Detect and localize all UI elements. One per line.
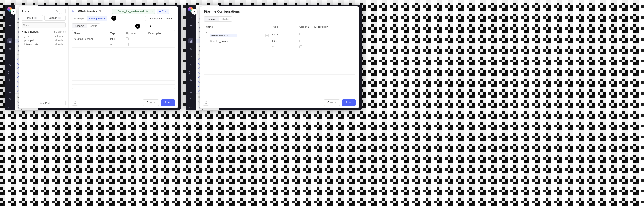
search-input[interactable]: Search ⌕: [22, 22, 66, 28]
grid-icon[interactable]: ▦: [188, 38, 193, 43]
col-name: Name: [72, 30, 108, 36]
history-icon[interactable]: ↻: [7, 78, 12, 83]
table-row[interactable]: ▾ ☰ ＋ record: [204, 30, 355, 38]
more-icon[interactable]: ⋯: [7, 105, 12, 110]
port-column-row: interest_ratedouble: [19, 42, 68, 46]
close-button[interactable]: ✕: [10, 9, 16, 15]
info-button[interactable]: ⓘ: [72, 100, 78, 106]
optional-checkbox[interactable]: [299, 32, 302, 35]
play-icon: ▶: [159, 10, 161, 13]
app-window-right: ⌕ ▣ ＋ ▦ ◈ ◷ ∿ ⛶ ↻ ▤ ? ⋯ ⌕ Proje ← Back t…: [186, 4, 362, 110]
table-row[interactable]: ▾: [72, 42, 175, 48]
table-row[interactable]: iteration_number int ▾: [204, 38, 355, 44]
port-list: ▾ in0 : interest 3 Columns yearinteger p…: [19, 29, 68, 99]
schema-grid: Name Type Optional Description iteration…: [72, 30, 175, 89]
info-button[interactable]: ⓘ: [203, 100, 209, 106]
layout-icon[interactable]: ▤: [188, 89, 193, 94]
fabric-selector[interactable]: ✓ Spark_dev_kw (kw-product) ... ▾: [112, 9, 155, 14]
more-icon[interactable]: ⋯: [188, 105, 193, 110]
chevron-down-icon[interactable]: ▾: [272, 46, 275, 48]
table-row[interactable]: ▾: [204, 44, 355, 50]
camera-icon[interactable]: ▣: [188, 23, 193, 28]
col-description: Description: [146, 30, 175, 36]
grid-icon[interactable]: ▦: [7, 38, 12, 43]
layout-icon[interactable]: ▤: [7, 89, 12, 94]
record-name-input[interactable]: [210, 34, 238, 37]
port-column-row: yearinteger: [19, 34, 68, 38]
search-small-icon[interactable]: ⌕: [17, 6, 18, 9]
clock-icon[interactable]: ◷: [7, 54, 12, 59]
subtab-config[interactable]: Config: [87, 24, 100, 28]
search-icon[interactable]: ⌕: [188, 15, 193, 20]
clock-icon[interactable]: ◷: [188, 54, 193, 59]
col-type: Type: [270, 24, 298, 30]
chevron-down-icon[interactable]: ▾: [110, 43, 113, 46]
modal-title: WhileIterator_1: [78, 10, 101, 13]
history-icon[interactable]: ↻: [188, 78, 193, 83]
optional-checkbox[interactable]: [299, 40, 302, 42]
port-group-row[interactable]: ▾ in0 : interest 3 Columns: [19, 29, 68, 34]
chevron-down-icon[interactable]: ▾: [206, 31, 209, 34]
home-icon[interactable]: ⌂: [72, 9, 76, 13]
expand-icon[interactable]: ⛶: [188, 70, 193, 75]
add-port-button[interactable]: ＋ Add Port: [22, 100, 66, 106]
ports-pane: Ports ✎ ＋ Input1 Output2 Search ⌕ ▾ i: [19, 6, 69, 108]
chevron-down-icon[interactable]: ▾: [276, 40, 278, 43]
modal-title: Pipeline Configurations: [204, 10, 355, 13]
search-icon[interactable]: ⌕: [7, 15, 12, 20]
input-chip[interactable]: Input1: [22, 15, 43, 20]
search-icon: ⌕: [62, 24, 64, 26]
output-chip[interactable]: Output2: [44, 15, 66, 20]
record-icon: ☰: [206, 34, 209, 37]
col-optional: Optional: [124, 30, 146, 36]
col-type: Type: [108, 30, 124, 36]
pulse-icon[interactable]: ∿: [7, 62, 12, 67]
add-field-icon[interactable]: ＋: [266, 34, 269, 37]
check-icon: ✓: [114, 10, 117, 12]
tab-configuration[interactable]: Configuration: [87, 16, 107, 21]
optional-checkbox[interactable]: [299, 45, 302, 48]
subtab-config[interactable]: Config: [219, 17, 232, 21]
subtab-schema[interactable]: Schema: [204, 17, 219, 21]
col-name: Name: [204, 24, 270, 30]
subtabs: Schema Config: [72, 23, 100, 28]
app-window-left: ⌕ ▣ ＋ ▦ ◈ ◷ ∿ ⛶ ↻ ▤ ? ⋯ ⌕ Proje ← Back t…: [4, 4, 181, 110]
expand-icon[interactable]: ⛶: [7, 70, 12, 75]
config-grid: Name Type Optional Description ▾ ☰: [204, 24, 355, 96]
optional-checkbox[interactable]: [126, 37, 129, 40]
tab-settings[interactable]: Settings: [72, 16, 86, 21]
camera-icon[interactable]: ▣: [7, 23, 12, 28]
run-button[interactable]: ▶ Run: [157, 9, 169, 14]
pulse-icon[interactable]: ∿: [188, 62, 193, 67]
info-icon[interactable]: ◌: [171, 9, 175, 13]
subtabs: Schema Config: [204, 16, 232, 22]
add-button[interactable]: ＋: [61, 9, 66, 14]
ports-heading: Ports: [22, 10, 29, 13]
chevron-down-icon[interactable]: ▾: [114, 38, 116, 40]
icon-rail: ⌕ ▣ ＋ ▦ ◈ ◷ ∿ ⛶ ↻ ▤ ? ⋯: [4, 4, 15, 110]
save-button[interactable]: Save: [342, 99, 356, 106]
save-button[interactable]: Save: [161, 99, 175, 106]
col-optional: Optional: [298, 24, 312, 30]
edit-button[interactable]: ✎: [55, 9, 60, 14]
pipeline-config-modal: ✕ Pipeline Configurations Schema Config …: [200, 6, 359, 108]
plus-icon[interactable]: ＋: [7, 31, 12, 36]
subtab-schema[interactable]: Schema: [72, 24, 87, 28]
optional-checkbox[interactable]: [126, 43, 129, 46]
config-modal: ✕ Ports ✎ ＋ Input1 Output2 Search ⌕: [19, 6, 178, 108]
main-pane: ⌂ WhileIterator_1 ✓ Spark_dev_kw (kw-pro…: [69, 6, 178, 108]
col-description: Description: [312, 24, 355, 30]
icon-rail: ⌕ ▣ ＋ ▦ ◈ ◷ ∿ ⛶ ↻ ▤ ? ⋯: [186, 4, 196, 110]
plus-icon[interactable]: ＋: [188, 31, 193, 36]
cancel-button[interactable]: Cancel: [324, 99, 340, 106]
table-row[interactable]: iteration_number int ▾: [72, 36, 175, 42]
shield-icon[interactable]: ◈: [7, 46, 12, 51]
chevron-down-icon: ▾: [152, 10, 153, 12]
shield-icon[interactable]: ◈: [188, 46, 193, 51]
help-icon[interactable]: ?: [188, 97, 193, 102]
help-icon[interactable]: ?: [7, 97, 12, 102]
cancel-button[interactable]: Cancel: [143, 99, 159, 106]
search-small-icon[interactable]: ⌕: [198, 6, 200, 9]
copy-pipeline-configs-button[interactable]: Copy Pipeline Configs: [145, 16, 175, 21]
close-button[interactable]: ✕: [192, 9, 198, 15]
